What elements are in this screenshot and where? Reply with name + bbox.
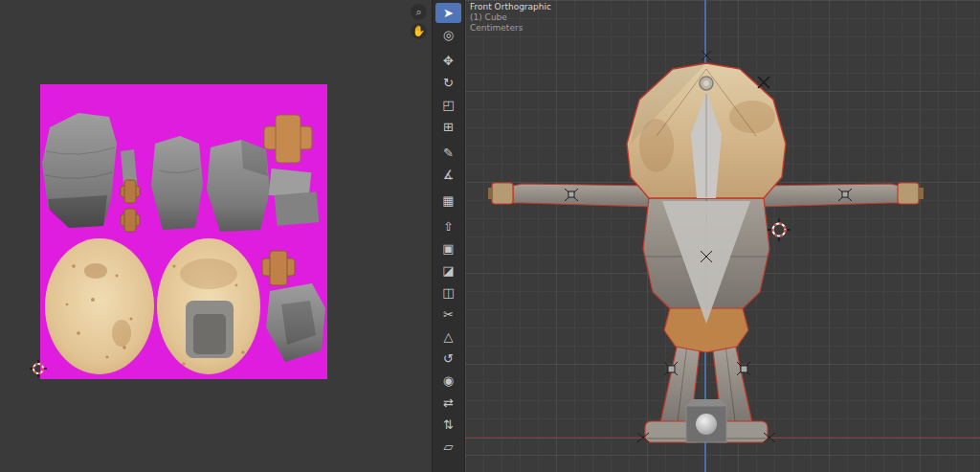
poly-build-tool-icon[interactable]: △ bbox=[435, 326, 461, 347]
uv-image-canvas[interactable] bbox=[40, 84, 327, 379]
editor-nav-icons: ⌕ ✋ bbox=[411, 4, 427, 39]
texture-piece-patches bbox=[269, 169, 320, 226]
root-bone-widget bbox=[686, 399, 726, 442]
shear-tool-icon[interactable]: ▱ bbox=[435, 437, 461, 457]
blender-window: ⌕ ✋ ➤◎✥↻◰⊞✎∡▦⇧▣◪◫✂△↺◉⇄⇅▱ Front Orthograp… bbox=[0, 0, 980, 472]
edge-slide-tool-icon[interactable]: ⇄ bbox=[435, 393, 461, 413]
texture-piece-cross-large bbox=[264, 115, 312, 163]
add-cube-tool-icon[interactable]: ▦ bbox=[435, 191, 461, 211]
texture-piece-cloak bbox=[42, 113, 117, 228]
measure-tool-icon[interactable]: ∡ bbox=[435, 165, 461, 185]
cursor-3d bbox=[768, 218, 791, 241]
tweak-select-tool-icon[interactable]: ➤ bbox=[435, 3, 461, 23]
shrink-fatten-tool-icon[interactable]: ⇅ bbox=[435, 415, 461, 435]
texture-piece-boot bbox=[266, 283, 325, 362]
texture-atlas bbox=[40, 84, 327, 379]
texture-piece-torso-a bbox=[151, 136, 203, 230]
knife-tool-icon[interactable]: ✂ bbox=[435, 304, 461, 325]
texture-piece-cross-small bbox=[262, 251, 295, 285]
loop-cut-tool-icon[interactable]: ◫ bbox=[435, 282, 461, 303]
zoom-icon[interactable]: ⌕ bbox=[411, 4, 427, 20]
transform-tool-icon[interactable]: ⊞ bbox=[435, 117, 461, 137]
axis-marker-x bbox=[758, 77, 769, 88]
move-tool-icon[interactable]: ✥ bbox=[435, 51, 461, 71]
units-label: Centimeters bbox=[470, 23, 551, 34]
bevel-tool-icon[interactable]: ◪ bbox=[435, 260, 461, 281]
pan-hand-icon[interactable]: ✋ bbox=[411, 23, 427, 39]
texture-piece-face-oval bbox=[157, 238, 260, 374]
texture-piece-head-oval bbox=[45, 238, 154, 374]
rotate-tool-icon[interactable]: ↻ bbox=[435, 73, 461, 93]
cursor-2d bbox=[30, 360, 47, 377]
spin-tool-icon[interactable]: ↺ bbox=[435, 348, 461, 369]
texture-piece-knobs bbox=[121, 180, 140, 232]
character-model[interactable] bbox=[465, 0, 979, 472]
extrude-tool-icon[interactable]: ⇧ bbox=[435, 216, 461, 236]
viewport-3d[interactable]: Front Orthographic (1) Cube Centimeters bbox=[465, 0, 980, 472]
view-name-label: Front Orthographic bbox=[470, 2, 551, 12]
cursor-tool-icon[interactable]: ◎ bbox=[435, 25, 461, 45]
uv-image-editor[interactable]: ⌕ ✋ bbox=[0, 0, 433, 472]
texture-piece-torso-b bbox=[207, 140, 270, 232]
active-object-label: (1) Cube bbox=[470, 12, 551, 23]
smooth-tool-icon[interactable]: ◉ bbox=[435, 371, 461, 391]
annotate-tool-icon[interactable]: ✎ bbox=[435, 143, 461, 163]
scale-tool-icon[interactable]: ◰ bbox=[435, 95, 461, 115]
viewport-overlay: Front Orthographic (1) Cube Centimeters bbox=[470, 2, 551, 34]
toolbar: ➤◎✥↻◰⊞✎∡▦⇧▣◪◫✂△↺◉⇄⇅▱ bbox=[433, 0, 465, 472]
inset-faces-tool-icon[interactable]: ▣ bbox=[435, 238, 461, 258]
